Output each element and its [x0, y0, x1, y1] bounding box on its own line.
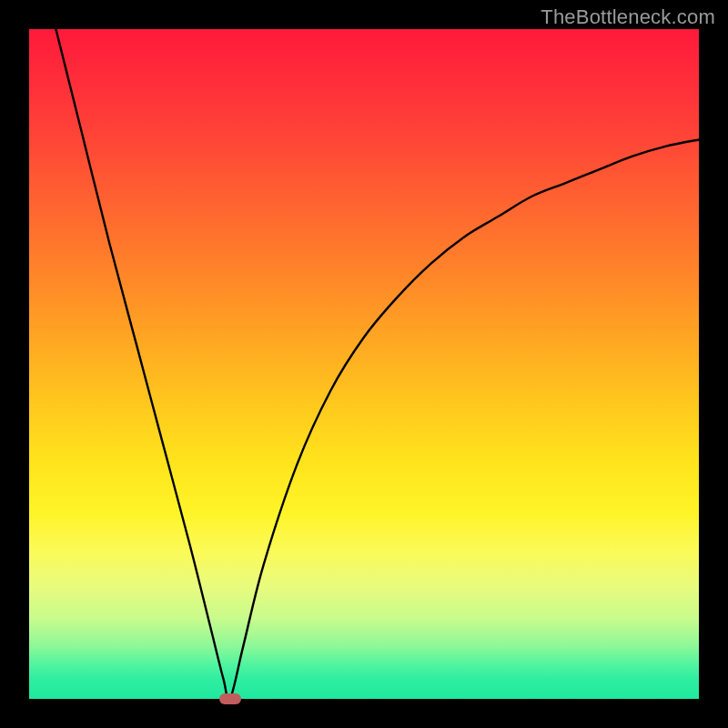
chart-frame: TheBottleneck.com — [0, 0, 728, 728]
plot-area — [29, 29, 699, 699]
bottleneck-curve — [56, 29, 699, 699]
curve-svg — [29, 29, 699, 699]
optimal-point-marker — [219, 693, 241, 704]
attribution-text: TheBottleneck.com — [541, 5, 715, 29]
